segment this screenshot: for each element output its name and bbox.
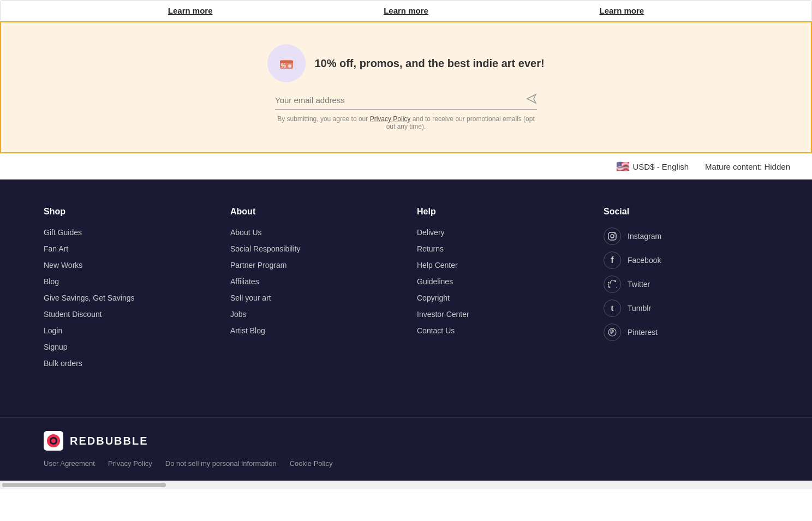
about-link-jobs[interactable]: Jobs [230, 310, 247, 319]
promo-text: 10% off, promos, and the best indie art … [314, 57, 544, 70]
help-link-returns[interactable]: Returns [417, 244, 444, 253]
help-link-help-center[interactable]: Help Center [417, 261, 458, 270]
about-link-sell-art[interactable]: Sell your art [230, 294, 271, 302]
help-link-delivery[interactable]: Delivery [417, 228, 445, 237]
mature-content-toggle[interactable]: Mature content: Hidden [705, 162, 790, 171]
bottom-link-privacy-policy[interactable]: Privacy Policy [108, 459, 152, 468]
currency-selector[interactable]: 🇺🇸 USD$ - English [616, 160, 689, 173]
shop-link-signup[interactable]: Signup [44, 343, 68, 351]
shop-link-blog[interactable]: Blog [44, 277, 59, 286]
social-pinterest[interactable]: Pinterest [604, 324, 768, 341]
learn-more-strip: Learn more Learn more Learn more [0, 0, 812, 21]
svg-text:%: % [281, 63, 286, 69]
shop-heading: Shop [44, 207, 208, 217]
bottom-link-do-not-sell[interactable]: Do not sell my personal information [165, 459, 277, 468]
help-links: Delivery Returns Help Center Guidelines … [417, 227, 582, 336]
shop-link-bulk-orders[interactable]: Bulk orders [44, 359, 82, 368]
social-twitter[interactable]: Twitter [604, 276, 768, 293]
footer-bottom: REDBUBBLE User Agreement Privacy Policy … [0, 417, 812, 481]
settings-bar: 🇺🇸 USD$ - English Mature content: Hidden [0, 153, 812, 179]
learn-more-btn-3[interactable]: Learn more [599, 6, 644, 15]
tumblr-icon: t [604, 300, 621, 317]
shop-link-login[interactable]: Login [44, 326, 62, 335]
shop-link-student-discount[interactable]: Student Discount [44, 310, 102, 319]
promo-icon: % [267, 44, 306, 82]
footer-social-column: Social Instagram f Facebook [604, 207, 768, 368]
svg-point-6 [611, 235, 614, 238]
about-links: About Us Social Responsibility Partner P… [230, 227, 395, 336]
privacy-policy-link[interactable]: Privacy Policy [370, 115, 411, 123]
footer-bottom-links: User Agreement Privacy Policy Do not sel… [44, 459, 768, 468]
about-link-social-responsibility[interactable]: Social Responsibility [230, 244, 300, 253]
about-link-partner-program[interactable]: Partner Program [230, 261, 286, 270]
tumblr-label: Tumblr [628, 304, 651, 313]
bottom-link-user-agreement[interactable]: User Agreement [44, 459, 95, 468]
learn-more-btn-1[interactable]: Learn more [168, 6, 213, 15]
help-link-copyright[interactable]: Copyright [417, 294, 450, 302]
us-flag-icon: 🇺🇸 [616, 160, 630, 173]
footer-shop-column: Shop Gift Guides Fan Art New Works Blog … [44, 207, 208, 368]
help-heading: Help [417, 207, 582, 217]
help-link-guidelines[interactable]: Guidelines [417, 277, 453, 286]
email-input[interactable] [275, 95, 526, 105]
promo-note: By submitting, you agree to our Privacy … [275, 115, 537, 130]
brand-name-label: REDBUBBLE [70, 435, 148, 447]
about-link-about-us[interactable]: About Us [230, 228, 262, 237]
footer-about-column: About About Us Social Responsibility Par… [230, 207, 395, 368]
shop-link-new-works[interactable]: New Works [44, 261, 82, 270]
facebook-icon: f [604, 251, 621, 269]
about-link-affiliates[interactable]: Affiliates [230, 277, 259, 286]
redbubble-logo [44, 431, 63, 451]
scrollbar-thumb[interactable] [2, 483, 166, 487]
pinterest-label: Pinterest [628, 328, 658, 337]
twitter-icon [604, 276, 621, 293]
pinterest-icon [604, 324, 621, 341]
send-icon[interactable] [526, 93, 537, 107]
promo-form: By submitting, you agree to our Privacy … [275, 93, 537, 130]
svg-point-3 [288, 64, 291, 68]
shop-link-give-savings[interactable]: Give Savings, Get Savings [44, 294, 135, 302]
social-instagram[interactable]: Instagram [604, 227, 768, 245]
social-heading: Social [604, 207, 768, 217]
footer-columns: Shop Gift Guides Fan Art New Works Blog … [44, 207, 768, 368]
footer-brand: REDBUBBLE [44, 431, 768, 451]
about-link-artist-blog[interactable]: Artist Blog [230, 326, 265, 335]
help-link-investor-center[interactable]: Investor Center [417, 310, 469, 319]
twitter-label: Twitter [628, 280, 650, 289]
facebook-label: Facebook [628, 256, 661, 265]
social-facebook[interactable]: f Facebook [604, 251, 768, 269]
instagram-label: Instagram [628, 232, 661, 241]
social-tumblr[interactable]: t Tumblr [604, 300, 768, 317]
currency-label: USD$ - English [633, 162, 689, 171]
shop-link-fan-art[interactable]: Fan Art [44, 244, 68, 253]
footer-help-column: Help Delivery Returns Help Center Guidel… [417, 207, 582, 368]
footer: Shop Gift Guides Fan Art New Works Blog … [0, 179, 812, 417]
promo-section: % 10% off, promos, and the best indie ar… [0, 21, 812, 153]
instagram-icon [604, 227, 621, 245]
horizontal-scrollbar[interactable] [0, 481, 812, 489]
shop-link-gift-guides[interactable]: Gift Guides [44, 228, 82, 237]
bottom-link-cookie-policy[interactable]: Cookie Policy [290, 459, 333, 468]
svg-point-11 [51, 439, 56, 443]
svg-point-7 [614, 233, 616, 235]
help-link-contact-us[interactable]: Contact Us [417, 326, 455, 335]
about-heading: About [230, 207, 395, 217]
shop-links: Gift Guides Fan Art New Works Blog Give … [44, 227, 208, 368]
learn-more-btn-2[interactable]: Learn more [384, 6, 428, 15]
